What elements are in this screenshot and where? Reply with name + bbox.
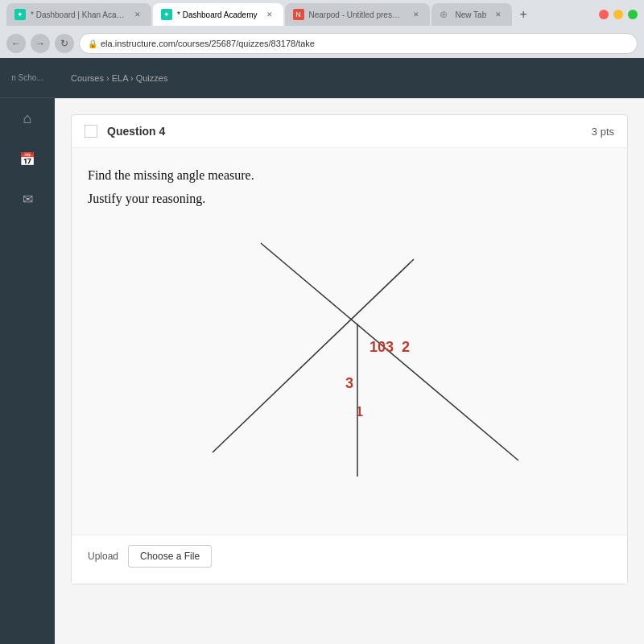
tab-favicon-new: ⊕ — [440, 9, 451, 20]
sidebar-item-home[interactable]: ⌂ — [0, 98, 55, 138]
tab-bar: ✦ * Dashboard | Khan Academy ✕ ✦ * Dashb… — [0, 0, 644, 29]
question-body: Find the missing angle measure. Justify … — [72, 148, 627, 535]
tab-close-khan[interactable]: ✕ — [132, 9, 143, 20]
back-button[interactable]: ← — [6, 34, 26, 53]
tab-new-tab[interactable]: ⊕ New Tab ✕ — [431, 3, 513, 26]
top-nav: Courses › ELA › Quizzes — [55, 58, 644, 98]
question-instruction: Find the missing angle measure. Justify … — [88, 164, 611, 211]
tab-close-dashboard[interactable]: ✕ — [264, 9, 275, 20]
tab-nearpod[interactable]: N Nearpod - Untitled presentati... ✕ — [285, 3, 430, 26]
window-controls — [599, 10, 638, 19]
tab-label-khan: * Dashboard | Khan Academy — [31, 10, 126, 19]
instruction-line2: Justify your reasoning. — [88, 188, 611, 211]
tab-close-new[interactable]: ✕ — [493, 9, 504, 20]
address-bar[interactable]: 🔒 ela.instructure.com/courses/25687/quiz… — [79, 33, 638, 54]
browser-chrome: ✦ * Dashboard | Khan Academy ✕ ✦ * Dashb… — [0, 0, 644, 58]
url-text: ela.instructure.com/courses/25687/quizze… — [101, 39, 315, 48]
question-header: Question 4 3 pts — [72, 115, 627, 148]
tab-dashboard-academy[interactable]: ✦ * Dashboard Academy ✕ — [153, 3, 283, 26]
breadcrumb: Courses › ELA › Quizzes — [71, 73, 167, 83]
angle-3-label: 3 — [345, 375, 353, 391]
window-close-button[interactable] — [599, 10, 609, 19]
tab-close-nearpod[interactable]: ✕ — [411, 9, 422, 20]
angle-1-label: 1 — [356, 405, 363, 419]
address-bar-row: ← → ↻ 🔒 ela.instructure.com/courses/2568… — [0, 29, 644, 58]
sidebar-item-calendar[interactable]: 📅 — [0, 138, 55, 179]
question-checkbox[interactable] — [85, 125, 97, 138]
home-icon: ⌂ — [23, 110, 32, 127]
forward-button[interactable]: → — [31, 34, 50, 53]
question-points: 3 pts — [592, 126, 614, 138]
upload-area: Upload Choose a File — [72, 535, 627, 584]
upload-label: Upload — [88, 551, 118, 562]
inbox-icon: ✉ — [23, 192, 33, 207]
page-wrapper: n Scho... ⌂ 📅 ✉ Courses › ELA › Quizzes — [0, 58, 644, 644]
lms-sidebar: n Scho... ⌂ 📅 ✉ — [0, 58, 55, 644]
refresh-button[interactable]: ↻ — [55, 34, 74, 53]
choose-file-button[interactable]: Choose a File — [128, 545, 212, 568]
sidebar-item-inbox[interactable]: ✉ — [0, 179, 55, 219]
add-tab-button[interactable]: + — [514, 5, 533, 24]
geometry-svg: 103 2 3 1 — [164, 211, 535, 485]
angle-103-label: 103 — [369, 339, 394, 355]
calendar-icon: 📅 — [19, 151, 35, 167]
tab-favicon-dashboard: ✦ — [161, 9, 172, 20]
svg-line-0 — [213, 259, 414, 452]
question-title: Question 4 — [107, 125, 592, 138]
lock-icon: 🔒 — [88, 39, 97, 48]
main-content-area: Courses › ELA › Quizzes Question 4 3 pts… — [55, 58, 644, 644]
sidebar-school-label: n Scho... — [0, 58, 55, 98]
window-minimize-button[interactable] — [613, 10, 623, 19]
tab-favicon-khan: ✦ — [14, 9, 26, 20]
instruction-line1: Find the missing angle measure. — [88, 164, 611, 188]
window-maximize-button[interactable] — [628, 10, 638, 19]
angle-2-label: 2 — [402, 339, 410, 355]
browser-window: ✦ * Dashboard | Khan Academy ✕ ✦ * Dashb… — [0, 0, 644, 644]
tab-label-dashboard: * Dashboard Academy — [177, 10, 258, 19]
tab-favicon-nearpod: N — [293, 9, 304, 20]
tab-label-nearpod: Nearpod - Untitled presentati... — [309, 10, 404, 19]
geometry-diagram: 103 2 3 1 — [164, 211, 535, 485]
question-container: Question 4 3 pts Find the missing angle … — [71, 114, 628, 584]
tab-khan-academy[interactable]: ✦ * Dashboard | Khan Academy ✕ — [6, 3, 151, 26]
tab-label-new: New Tab — [456, 10, 487, 19]
